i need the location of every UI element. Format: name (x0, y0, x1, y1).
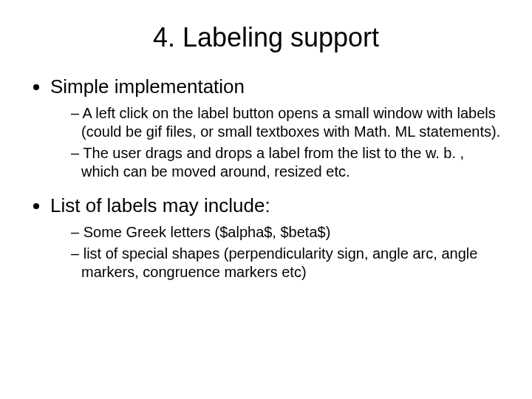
sub-list-item: list of special shapes (perpendicularity… (71, 245, 502, 282)
list-item-label: List of labels may include: (50, 194, 270, 216)
slide-title: 4. Labeling support (30, 22, 502, 53)
list-item: Simple implementation A left click on th… (50, 75, 502, 181)
sub-list-item: A left click on the label button opens a… (71, 104, 502, 141)
sub-list: A left click on the label button opens a… (50, 104, 502, 181)
list-item-label: Simple implementation (50, 75, 245, 98)
list-item: List of labels may include: Some Greek l… (50, 194, 502, 282)
slide: 4. Labeling support Simple implementatio… (0, 0, 532, 399)
bullet-list: Simple implementation A left click on th… (30, 75, 502, 282)
sub-list-item: The user drags and drops a label from th… (71, 144, 502, 181)
sub-list-item: Some Greek letters ($alpha$, $beta$) (71, 223, 502, 242)
sub-list: Some Greek letters ($alpha$, $beta$) lis… (50, 223, 502, 282)
